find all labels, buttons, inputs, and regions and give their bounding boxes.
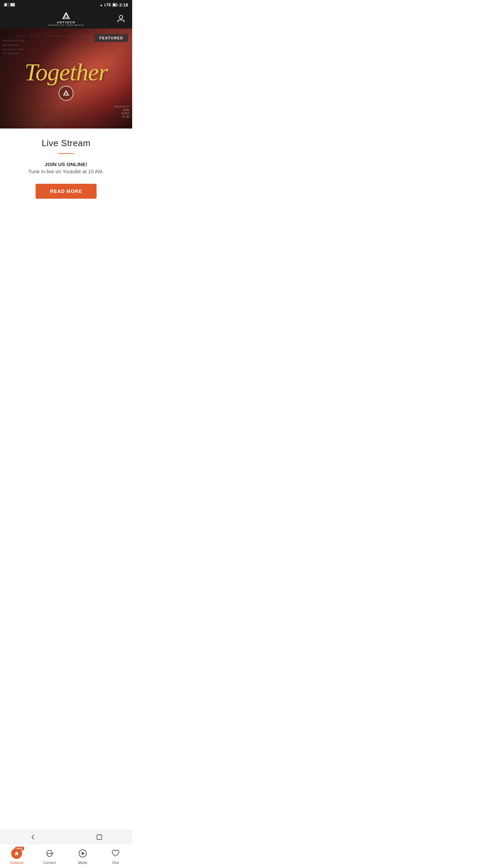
hero-antioch-icon [62,90,70,97]
hero-side-text: believe in You of miracles believe in Yo… [3,39,24,56]
svg-rect-4 [117,4,118,5]
worship-times: WORSHIP 8AM 9:30A 11:30 [114,105,129,118]
tune-text: Tune in live on Youtube at 10 AM. [7,169,125,174]
hero-title-group: Together [24,60,107,101]
svg-rect-2 [10,3,15,6]
svg-rect-5 [113,4,116,6]
time-display: 2:18 [119,2,128,7]
read-more-button[interactable]: READ MORE [36,184,97,199]
top-nav: ANTIOCH CHURCH OF LONG BEACH [0,9,132,28]
svg-point-8 [119,16,123,19]
worship-time-1: 8AM [114,108,129,112]
hero-logo-circle [59,86,74,101]
profile-button[interactable] [115,13,127,25]
logo-text: ANTIOCH [57,21,75,24]
app-logo: ANTIOCH CHURCH OF LONG BEACH [48,12,84,26]
page-title: Live Stream [7,138,125,149]
notification-icon [4,3,9,6]
worship-label: WORSHIP [114,105,129,108]
svg-rect-1 [5,4,7,6]
featured-badge[interactable]: FEATURED [95,34,128,42]
title-divider [58,153,74,154]
status-left [4,3,15,6]
flag-icon [10,3,15,6]
join-headline: JOIN US ONLINE! [7,161,125,167]
hero-banner: believe in You of miracles believe in Yo… [0,28,132,129]
status-bar: ▲ LTE 2:18 [0,0,132,9]
worship-time-2: 9:30A [114,112,129,115]
worship-time-3: 11:30 [114,115,129,118]
status-right: ▲ LTE 2:18 [100,2,128,7]
antioch-logo-icon [61,12,71,20]
signal-icon: ▲ [100,3,103,7]
battery-icon [113,3,118,7]
hero-title: Together [24,60,107,84]
user-icon [117,14,125,23]
content-section: Live Stream JOIN US ONLINE! Tune in live… [0,129,132,205]
lte-label: LTE [104,3,111,7]
logo-subtext: CHURCH OF LONG BEACH [48,24,84,26]
